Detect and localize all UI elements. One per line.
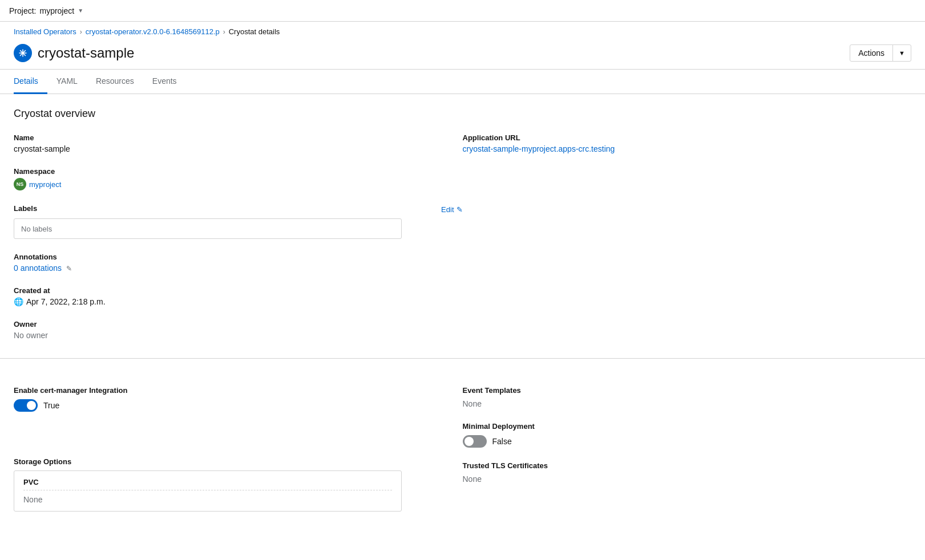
- event-templates-item: Event Templates None: [463, 386, 912, 408]
- cert-manager-toggle[interactable]: [14, 399, 38, 412]
- breadcrumb-sep-2: ›: [223, 28, 225, 36]
- bottom-right-col: Event Templates None Minimal Deployment …: [463, 386, 912, 525]
- section-divider: [0, 358, 925, 359]
- cryostat-app-icon: [14, 44, 32, 62]
- detail-namespace: Namespace NS myproject: [14, 167, 463, 190]
- annotations-pencil-icon: ✎: [66, 265, 72, 273]
- detail-annotations: Annotations 0 annotations ✎: [14, 253, 463, 273]
- app-url-value: cryostat-sample-myproject.apps-crc.testi…: [463, 144, 912, 153]
- project-dropdown-arrow: ▼: [78, 7, 83, 14]
- namespace-label: Namespace: [14, 167, 463, 176]
- bottom-section: Enable cert-manager Integration True Sto…: [0, 372, 925, 525]
- cert-manager-toggle-track: [14, 399, 38, 412]
- cert-manager-item: Enable cert-manager Integration True: [14, 386, 463, 412]
- project-name: myproject: [39, 6, 74, 15]
- bottom-left-col: Enable cert-manager Integration True Sto…: [14, 386, 463, 525]
- tab-yaml[interactable]: YAML: [47, 70, 87, 94]
- trusted-tls-value: None: [463, 474, 912, 484]
- storage-pvc-value: None: [23, 495, 392, 504]
- breadcrumb-current: Cryostat details: [229, 27, 280, 36]
- labels-edit-text: Edit: [441, 205, 454, 214]
- page-header-left: cryostat-sample: [14, 44, 134, 62]
- cert-manager-toggle-knob: [27, 401, 36, 410]
- minimal-deployment-toggle-row: False: [463, 435, 912, 448]
- minimal-deployment-label: Minimal Deployment: [463, 422, 912, 431]
- main-content: Cryostat overview Name cryostat-sample N…: [0, 94, 925, 354]
- labels-label: Labels: [14, 204, 37, 213]
- labels-box: No labels: [14, 218, 402, 239]
- detail-name: Name cryostat-sample: [14, 133, 463, 153]
- project-selector[interactable]: Project: myproject ▼: [9, 6, 83, 15]
- app-url-link[interactable]: cryostat-sample-myproject.apps-crc.testi…: [463, 144, 615, 153]
- namespace-link[interactable]: myproject: [29, 180, 61, 189]
- created-at-text: Apr 7, 2022, 2:18 p.m.: [26, 297, 106, 306]
- tab-events[interactable]: Events: [143, 70, 186, 94]
- trusted-tls-label: Trusted TLS Certificates: [463, 461, 912, 470]
- details-right-col: Application URL cryostat-sample-myprojec…: [463, 133, 912, 354]
- owner-label: Owner: [14, 320, 463, 328]
- ns-badge-icon: NS: [14, 178, 26, 190]
- minimal-deployment-item: Minimal Deployment False: [463, 422, 912, 448]
- event-templates-value: None: [463, 399, 912, 408]
- app-url-label: Application URL: [463, 133, 912, 142]
- page-header: cryostat-sample Actions ▼: [0, 39, 925, 70]
- annotations-value: 0 annotations ✎: [14, 263, 463, 273]
- minimal-deployment-toggle-knob: [464, 437, 474, 446]
- name-value: cryostat-sample: [14, 144, 463, 153]
- tab-details[interactable]: Details: [14, 70, 47, 94]
- breadcrumb-operator-version[interactable]: cryostat-operator.v2.0.0-6.1648569112.p: [86, 27, 220, 36]
- section-title: Cryostat overview: [14, 108, 911, 120]
- detail-owner: Owner No owner: [14, 320, 463, 340]
- globe-icon: 🌐: [14, 297, 23, 306]
- event-templates-label: Event Templates: [463, 386, 912, 395]
- name-label: Name: [14, 133, 463, 142]
- labels-empty-text: No labels: [21, 225, 52, 233]
- cert-manager-label: Enable cert-manager Integration: [14, 386, 463, 395]
- breadcrumb-sep-1: ›: [80, 28, 82, 36]
- page-title: cryostat-sample: [38, 45, 134, 61]
- detail-created: Created at 🌐 Apr 7, 2022, 2:18 p.m.: [14, 286, 463, 306]
- storage-options-item: Storage Options PVC None: [14, 457, 463, 512]
- actions-button[interactable]: Actions ▼: [850, 44, 911, 62]
- details-left-col: Name cryostat-sample Namespace NS myproj…: [14, 133, 463, 354]
- breadcrumb-installed-operators[interactable]: Installed Operators: [14, 27, 76, 36]
- minimal-deployment-toggle[interactable]: [463, 435, 487, 448]
- owner-value: No owner: [14, 331, 463, 340]
- storage-options-label: Storage Options: [14, 457, 463, 466]
- minimal-deployment-value: False: [492, 437, 512, 446]
- annotations-link[interactable]: 0 annotations: [14, 263, 62, 273]
- tabs-bar: Details YAML Resources Events: [0, 70, 925, 94]
- detail-labels: Labels Edit ✎ No labels: [14, 204, 463, 239]
- annotations-label: Annotations: [14, 253, 463, 261]
- cert-manager-value: True: [43, 401, 59, 410]
- breadcrumb: Installed Operators › cryostat-operator.…: [0, 22, 925, 39]
- actions-dropdown-arrow: ▼: [893, 46, 911, 60]
- labels-edit-button[interactable]: Edit ✎: [441, 205, 462, 214]
- trusted-tls-item: Trusted TLS Certificates None: [463, 461, 912, 484]
- namespace-value: NS myproject: [14, 178, 463, 190]
- storage-pvc-label: PVC: [23, 478, 392, 490]
- project-label: Project:: [9, 6, 36, 15]
- edit-pencil-icon: ✎: [457, 205, 463, 214]
- minimal-deployment-toggle-track: [463, 435, 487, 448]
- detail-app-url: Application URL cryostat-sample-myprojec…: [463, 133, 912, 153]
- created-label: Created at: [14, 286, 463, 295]
- namespace-badge-container: NS myproject: [14, 178, 61, 190]
- actions-button-label: Actions: [850, 45, 893, 61]
- details-grid: Name cryostat-sample Namespace NS myproj…: [14, 133, 911, 354]
- cert-manager-toggle-row: True: [14, 399, 463, 412]
- bottom-grid: Enable cert-manager Integration True Sto…: [14, 386, 911, 525]
- created-value: 🌐 Apr 7, 2022, 2:18 p.m.: [14, 297, 463, 306]
- tab-resources[interactable]: Resources: [87, 70, 143, 94]
- top-bar: Project: myproject ▼: [0, 0, 925, 22]
- storage-box: PVC None: [14, 470, 402, 512]
- labels-header: Labels Edit ✎: [14, 204, 463, 215]
